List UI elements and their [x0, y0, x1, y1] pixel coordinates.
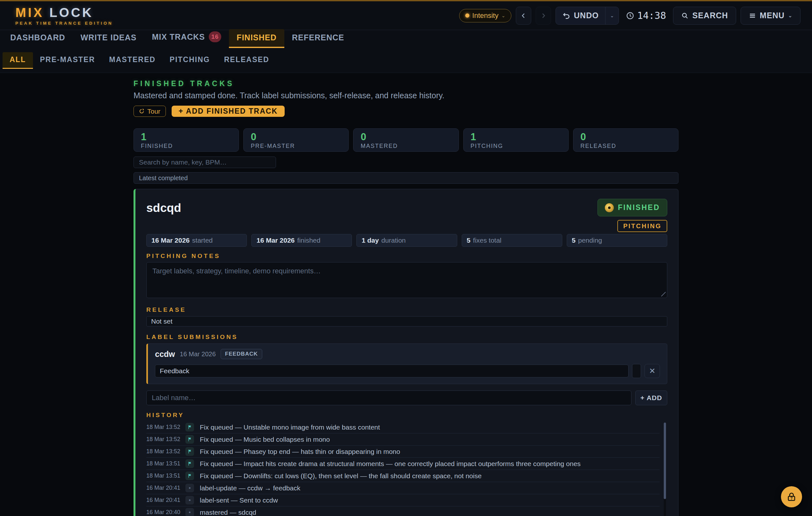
chip-value: 16 Mar 2026	[257, 237, 295, 244]
flag-icon	[185, 472, 194, 480]
history-list: 18 Mar 13:52 Fix queued — Unstable mono …	[146, 421, 667, 516]
flag-icon	[185, 447, 194, 456]
label-submissions-label: LABEL SUBMISSIONS	[146, 334, 667, 341]
history-row: 16 Mar 20:41 label-sent — Sent to ccdw	[146, 494, 660, 507]
flag-icon	[185, 459, 194, 468]
intensity-selector[interactable]: Intensity ⌄	[459, 9, 512, 22]
submission-controls: ✕	[155, 364, 660, 378]
page-actions: Tour + ADD FINISHED TRACK	[134, 105, 678, 117]
stat-label: FINISHED	[141, 143, 232, 151]
chip-label: duration	[381, 237, 406, 244]
undo-icon	[562, 11, 571, 20]
tab-label: FINISHED	[237, 33, 277, 42]
history-text: Fix queued — Impact hits create drama at…	[200, 460, 580, 468]
flag-icon	[185, 423, 194, 431]
history-scrollbar[interactable]	[664, 423, 666, 516]
logo-tagline: PEAK TIME TRANCE EDITION	[16, 21, 113, 25]
history-text: mastered — sdcqd	[200, 509, 256, 516]
track-card-header: sdcqd FINISHED PITCHING	[146, 199, 667, 234]
label-name-input[interactable]	[146, 391, 631, 405]
tab-reference[interactable]: REFERENCE	[284, 29, 352, 48]
track-title: sdcqd	[146, 199, 181, 215]
add-finished-track-button[interactable]: + ADD FINISHED TRACK	[172, 105, 285, 117]
undo-button[interactable]: UNDO	[556, 7, 605, 24]
flag-glyph	[187, 474, 192, 478]
stat-label: PRE-MASTER	[251, 143, 341, 151]
chip-duration: 1 day duration	[356, 234, 457, 247]
pitching-notes-textarea[interactable]	[146, 262, 667, 298]
tab-dashboard[interactable]: DASHBOARD	[3, 29, 73, 48]
logo-secondary: LOCK	[49, 5, 93, 20]
dot-icon	[185, 508, 194, 516]
track-card: sdcqd FINISHED PITCHING 16 Mar 2026 star…	[134, 189, 678, 516]
undo-control: UNDO ⌄	[555, 7, 619, 25]
release-value-bar[interactable]: Not set	[146, 316, 667, 327]
track-badges: FINISHED PITCHING	[598, 199, 667, 232]
tab-label: DASHBOARD	[10, 33, 65, 42]
status-badge-label: FINISHED	[618, 203, 660, 212]
history-forward-button[interactable]	[536, 7, 551, 25]
subtab-pitching[interactable]: PITCHING	[163, 52, 217, 69]
stage-badge: PITCHING	[617, 220, 667, 232]
history-time: 16 Mar 20:41	[146, 497, 185, 504]
chip-finished: 16 Mar 2026 finished	[251, 234, 352, 247]
history-time: 16 Mar 20:41	[146, 485, 185, 491]
history-text: Fix queued — Music bed collapses in mono	[200, 436, 330, 443]
sort-select[interactable]: Latest completed	[134, 172, 678, 184]
clock-time: 14:38	[637, 10, 666, 21]
page-subtitle: Mastered and stamped done. Track label s…	[134, 91, 678, 100]
subtab-label: PITCHING	[170, 55, 210, 64]
submission-label-name: ccdw	[155, 350, 175, 359]
remove-submission-button[interactable]: ✕	[644, 364, 660, 378]
track-search-input[interactable]	[134, 156, 276, 168]
history-back-button[interactable]	[516, 7, 531, 25]
gold-disc-icon	[605, 203, 614, 212]
stat-card-pitching: 1 PITCHING	[463, 128, 569, 152]
chevron-right-icon	[540, 12, 547, 19]
subtab-released[interactable]: RELEASED	[217, 52, 276, 69]
subtab-all[interactable]: ALL	[3, 52, 33, 69]
intensity-label: Intensity	[472, 11, 498, 20]
help-fab[interactable]: ?	[781, 486, 802, 507]
submission-status-select[interactable]	[632, 364, 641, 378]
history-text: Fix queued — Phasey top end — hats thin …	[200, 448, 400, 455]
chip-value: 5	[572, 237, 576, 244]
menu-button-label: MENU	[760, 11, 785, 20]
add-label-button[interactable]: + ADD	[635, 391, 667, 405]
history-text: label-sent — Sent to ccdw	[200, 496, 278, 504]
undo-dropdown-button[interactable]: ⌄	[605, 7, 618, 24]
app-logo: MIX LOCK PEAK TIME TRANCE EDITION	[16, 6, 113, 25]
tab-write-ideas[interactable]: WRITE IDEAS	[73, 29, 144, 48]
chip-label: pending	[578, 237, 602, 244]
logo-primary: MIX	[16, 5, 44, 20]
history-text: Fix queued — Downlifts: cut lows (EQ), t…	[200, 472, 482, 480]
search-icon	[681, 12, 689, 20]
flag-glyph	[187, 437, 192, 442]
chip-label: fixes total	[473, 237, 501, 244]
tour-button[interactable]: Tour	[134, 105, 166, 117]
hamburger-icon	[749, 12, 756, 20]
menu-button[interactable]: MENU ⌄	[741, 7, 801, 25]
search-button[interactable]: SEARCH	[673, 7, 736, 25]
tab-finished[interactable]: FINISHED	[229, 29, 284, 48]
submission-note-input[interactable]	[155, 365, 629, 377]
stat-value: 0	[251, 131, 341, 143]
track-meta-chips: 16 Mar 2026 started 16 Mar 2026 finished…	[146, 234, 667, 247]
submission-card: ccdw 16 Mar 2026 FEEDBACK ✕	[146, 343, 667, 384]
filter-nav: ALL PRE-MASTER MASTERED PITCHING RELEASE…	[0, 48, 812, 73]
page-title: FINISHED TRACKS	[134, 80, 678, 88]
chip-pending: 5 pending	[567, 234, 667, 247]
stat-value: 0	[580, 131, 671, 143]
history-time: 18 Mar 13:52	[146, 424, 185, 430]
stat-value: 1	[471, 131, 561, 143]
main-content: FINISHED TRACKS Mastered and stamped don…	[134, 73, 678, 516]
history-row: 18 Mar 13:52 Fix queued — Unstable mono …	[146, 421, 660, 433]
submission-header: ccdw 16 Mar 2026 FEEDBACK	[155, 349, 660, 359]
tab-mix-tracks[interactable]: MIX TRACKS 16	[144, 28, 229, 48]
subtab-mastered[interactable]: MASTERED	[102, 52, 163, 69]
stat-card-released: 0 RELEASED	[573, 128, 678, 152]
subtab-pre-master[interactable]: PRE-MASTER	[33, 52, 102, 69]
history-scrollbar-thumb[interactable]	[664, 423, 666, 499]
subtab-label: ALL	[9, 55, 26, 64]
flag-glyph	[187, 449, 192, 454]
